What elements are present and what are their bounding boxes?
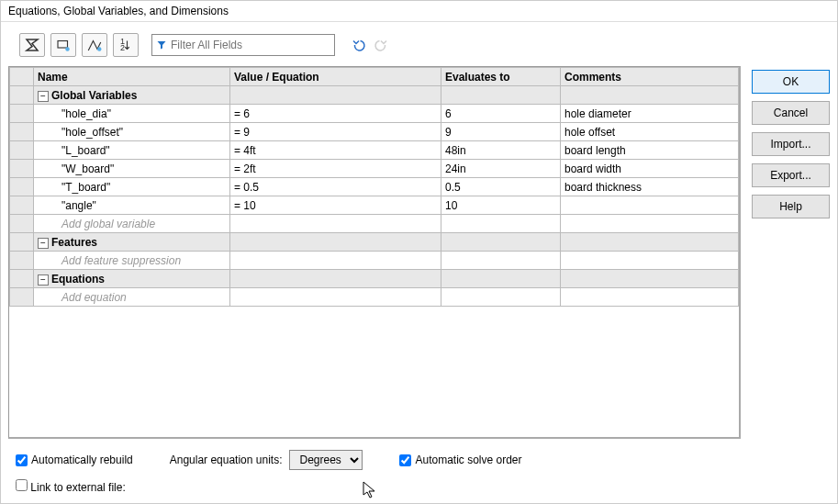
col-name[interactable]: Name (34, 68, 230, 86)
link-external-input[interactable] (16, 479, 28, 491)
section-global-variables[interactable]: −Global Variables (10, 86, 739, 105)
equations-grid[interactable]: Name Value / Equation Evaluates to Comme… (8, 66, 741, 439)
cell-evaluates[interactable]: 10 (441, 196, 561, 215)
undo-redo-group (350, 36, 390, 54)
filter-input-container (151, 34, 335, 56)
cell-value[interactable]: = 9 (230, 123, 441, 141)
svg-text:2: 2 (120, 43, 125, 52)
cancel-button[interactable]: Cancel (752, 101, 830, 125)
auto-solve-checkbox[interactable]: Automatic solve order (399, 454, 521, 466)
dimension-view-button[interactable] (82, 33, 107, 57)
cell-comments[interactable] (561, 196, 739, 215)
cell-evaluates[interactable]: 0.5 (441, 178, 561, 196)
auto-rebuild-input[interactable] (16, 454, 28, 466)
cell-evaluates[interactable]: 9 (441, 123, 561, 141)
auto-rebuild-checkbox[interactable]: Automatically rebuild (16, 454, 133, 466)
window-title: Equations, Global Variables, and Dimensi… (1, 1, 837, 22)
cell-evaluates[interactable]: 6 (441, 105, 561, 123)
col-value[interactable]: Value / Equation (230, 68, 441, 86)
ordered-view-button[interactable]: 12 (113, 33, 139, 57)
auto-rebuild-label: Automatically rebuild (31, 454, 133, 466)
cell-comments[interactable]: hole offset (561, 123, 739, 141)
redo-button[interactable] (372, 36, 390, 54)
cell-name[interactable]: "W_board" (34, 160, 230, 178)
add-global-row[interactable]: Add global variable (10, 215, 739, 233)
add-equation-row[interactable]: Add equation (10, 288, 739, 307)
angular-units-select[interactable]: Degrees (289, 450, 363, 470)
table-row[interactable]: "hole_offset" = 9 9 hole offset (10, 123, 739, 141)
cell-value[interactable]: = 10 (230, 196, 441, 215)
table-row[interactable]: "T_board" = 0.5 0.5 board thickness (10, 178, 739, 196)
link-external-checkbox[interactable]: Link to external file: (16, 481, 126, 494)
cell-comments[interactable]: hole diameter (561, 105, 739, 123)
cell-name[interactable]: "hole_dia" (34, 105, 230, 123)
col-comments[interactable]: Comments (561, 68, 739, 86)
ok-button[interactable]: OK (752, 70, 830, 94)
add-global-placeholder[interactable]: Add global variable (34, 215, 230, 233)
cell-comments[interactable]: board thickness (561, 178, 739, 196)
cell-name[interactable]: "hole_offset" (34, 123, 230, 141)
cell-evaluates[interactable]: 24in (441, 160, 561, 178)
import-button[interactable]: Import... (752, 132, 830, 156)
section-label: Equations (51, 273, 105, 286)
add-feature-row[interactable]: Add feature suppression (10, 252, 739, 270)
cell-name[interactable]: "L_board" (34, 141, 230, 160)
section-label: Features (51, 236, 97, 249)
cell-comments[interactable]: board length (561, 141, 739, 160)
table-row[interactable]: "W_board" = 2ft 24in board width (10, 160, 739, 178)
cell-comments[interactable]: board width (561, 160, 739, 178)
cell-name[interactable]: "angle" (34, 196, 230, 215)
section-features[interactable]: −Features (10, 233, 739, 252)
collapse-icon[interactable]: − (38, 238, 49, 249)
cell-value[interactable]: = 0.5 (230, 178, 441, 196)
help-button[interactable]: Help (752, 195, 830, 218)
filter-icon (156, 39, 167, 50)
section-equations[interactable]: −Equations (10, 270, 739, 288)
collapse-icon[interactable]: − (38, 91, 49, 102)
cell-value[interactable]: = 2ft (230, 160, 441, 178)
svg-rect-0 (58, 41, 68, 49)
svg-point-2 (97, 47, 102, 51)
add-feature-placeholder[interactable]: Add feature suppression (34, 252, 230, 270)
collapse-icon[interactable]: − (38, 274, 49, 286)
export-button[interactable]: Export... (752, 163, 830, 187)
undo-button[interactable] (350, 36, 368, 54)
angular-units-label: Angular equation units: (170, 454, 283, 466)
cell-name[interactable]: "T_board" (34, 178, 230, 196)
svg-point-1 (65, 47, 70, 51)
table-row[interactable]: "hole_dia" = 6 6 hole diameter (10, 105, 739, 123)
table-row[interactable]: "angle" = 10 10 (10, 196, 739, 215)
equations-view-button[interactable] (19, 33, 45, 57)
table-header-row: Name Value / Equation Evaluates to Comme… (10, 68, 739, 86)
toolbar: 12 (1, 22, 837, 62)
cell-value[interactable]: = 4ft (230, 141, 441, 160)
auto-solve-input[interactable] (399, 454, 411, 466)
auto-solve-label: Automatic solve order (415, 454, 521, 466)
filter-input[interactable] (171, 39, 330, 51)
section-label: Global Variables (51, 89, 137, 102)
table-row[interactable]: "L_board" = 4ft 48in board length (10, 141, 739, 160)
link-external-label: Link to external file: (30, 481, 125, 494)
sketch-equation-button[interactable] (50, 33, 76, 57)
side-button-panel: OK Cancel Import... Export... Help (752, 66, 830, 503)
cell-evaluates[interactable]: 48in (441, 141, 561, 160)
cell-value[interactable]: = 6 (230, 105, 441, 123)
col-evaluates[interactable]: Evaluates to (441, 68, 561, 86)
add-equation-placeholder[interactable]: Add equation (34, 288, 230, 307)
